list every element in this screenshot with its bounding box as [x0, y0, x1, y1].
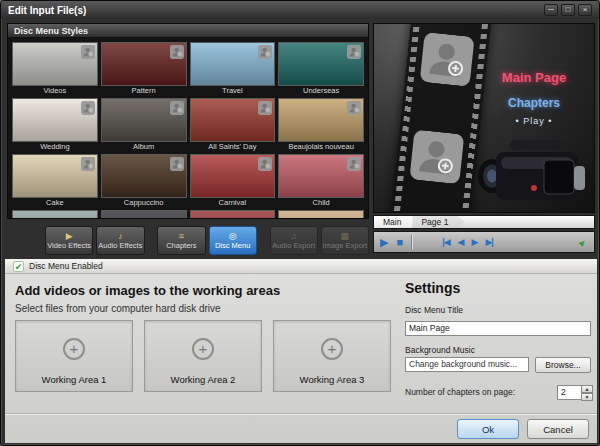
style-thumb-image[interactable]	[12, 98, 98, 142]
skip-forward-button[interactable]: ▶|	[485, 238, 492, 247]
style-thumb-travel[interactable]: Travel	[190, 42, 276, 96]
video-placeholder-icon[interactable]	[418, 32, 477, 87]
style-thumb-image[interactable]	[278, 210, 364, 218]
disc-menu-icon: ◎	[229, 232, 237, 241]
stop-button[interactable]: ■	[396, 237, 403, 248]
style-thumb-carnival[interactable]: Carnival	[190, 154, 276, 208]
working-area-3[interactable]: + Working Area 3	[273, 320, 391, 392]
style-thumb-image[interactable]	[190, 42, 276, 86]
menu-preview[interactable]: Main Page Chapters • Play •	[373, 23, 595, 213]
add-video-badge-icon	[81, 45, 95, 59]
spin-down-button[interactable]: ▼	[581, 393, 593, 401]
add-plus-icon[interactable]: +	[63, 338, 85, 360]
style-thumb-partial[interactable]	[101, 210, 187, 218]
style-thumb-cake[interactable]: Cake	[12, 154, 98, 208]
video-effects-label: Video Effects	[46, 242, 92, 250]
style-thumb-beaujolais[interactable]: Beaujolais nouveau	[278, 98, 364, 152]
step-forward-button[interactable]: ▶	[472, 238, 478, 247]
working-area-2[interactable]: + Working Area 2	[144, 320, 262, 392]
background-music-label: Background Music	[405, 345, 593, 355]
style-thumb-image[interactable]	[278, 154, 364, 198]
video-placeholder-icon[interactable]	[407, 129, 466, 184]
style-thumb-image[interactable]	[190, 154, 276, 198]
style-thumb-label: Wedding	[12, 142, 98, 152]
style-thumb-album[interactable]: Album	[101, 98, 187, 152]
tab-main[interactable]: Main	[374, 216, 417, 228]
styles-panel-header: Disc Menu Styles	[8, 24, 368, 38]
settings-heading: Settings	[405, 280, 593, 296]
chapters-count-spinner[interactable]: ▲ ▼	[557, 385, 593, 400]
style-thumb-image[interactable]	[190, 210, 276, 218]
add-video-badge-icon	[258, 101, 272, 115]
add-plus-icon[interactable]: +	[321, 338, 343, 360]
style-thumb-image[interactable]	[101, 154, 187, 198]
style-thumb-image[interactable]	[101, 210, 187, 218]
add-video-badge-icon	[347, 101, 361, 115]
style-thumb-image[interactable]	[278, 98, 364, 142]
style-thumb-pattern[interactable]: Pattern	[101, 42, 187, 96]
chapters-count-input[interactable]	[557, 385, 581, 400]
style-thumb-image[interactable]	[12, 42, 98, 86]
disc-menu-title-input[interactable]	[405, 321, 591, 336]
style-thumb-image[interactable]	[101, 42, 187, 86]
chapters-label: Chapters	[158, 242, 204, 250]
disc-menu-enabled-bar[interactable]: ✔ Disc Menu Enabled	[5, 259, 597, 274]
add-video-badge-icon	[347, 157, 361, 171]
playback-controls: ▶ ■ |◀ ◀ ▶ ▶| ▲	[373, 231, 595, 253]
style-thumb-image[interactable]	[190, 98, 276, 142]
style-thumb-label: Cappuccino	[101, 198, 187, 208]
video-effects-button[interactable]: ▶ Video Effects	[45, 226, 93, 255]
preview-play-label[interactable]: • Play •	[486, 116, 582, 126]
disc-menu-button[interactable]: ◎ Disc Menu	[209, 226, 257, 255]
working-area-label: Working Area 3	[274, 374, 390, 385]
style-thumb-image[interactable]	[278, 42, 364, 86]
ok-button[interactable]: Ok	[457, 419, 519, 439]
style-thumb-wedding[interactable]: Wedding	[12, 98, 98, 152]
add-video-badge-icon	[258, 45, 272, 59]
cancel-button[interactable]: Cancel	[527, 419, 589, 439]
close-button[interactable]: ×	[578, 4, 592, 16]
page-tab-strip: Main Page 1	[373, 215, 595, 229]
audio-effects-button[interactable]: ♪ Audio Effects	[96, 226, 144, 255]
browse-button[interactable]: Browse...	[535, 357, 591, 373]
background-music-input[interactable]	[405, 357, 529, 372]
working-area-label: Working Area 1	[16, 374, 132, 385]
style-thumb-all-saints-day[interactable]: All Saints' Day	[190, 98, 276, 152]
jump-arrow-icon[interactable]: ▲	[576, 235, 591, 250]
add-video-badge-icon	[81, 101, 95, 115]
minimize-button[interactable]: ─	[544, 4, 558, 16]
style-thumb-cappuccino[interactable]: Cappuccino	[101, 154, 187, 208]
spin-up-button[interactable]: ▲	[581, 385, 593, 393]
skip-back-button[interactable]: |◀	[442, 238, 449, 247]
style-thumb-label: Underseas	[278, 86, 364, 96]
preview-chapters-label[interactable]: Chapters	[486, 96, 582, 110]
style-thumb-image[interactable]	[12, 154, 98, 198]
style-thumb-partial[interactable]	[12, 210, 98, 218]
preview-main-page-label[interactable]: Main Page	[486, 70, 582, 85]
audio-export-icon: ♫	[290, 232, 297, 241]
disc-menu-label: Disc Menu	[210, 242, 256, 250]
disc-menu-enabled-label: Disc Menu Enabled	[29, 261, 103, 271]
styles-grid[interactable]: Videos Pattern Travel Underseas Wedding …	[8, 39, 368, 218]
working-area-1[interactable]: + Working Area 1	[15, 320, 133, 392]
style-thumb-partial[interactable]	[190, 210, 276, 218]
tab-page-1[interactable]: Page 1	[412, 216, 464, 228]
check-icon[interactable]: ✔	[13, 261, 24, 272]
style-thumb-videos[interactable]: Videos	[12, 42, 98, 96]
camcorder-graphic	[474, 128, 595, 213]
maximize-button[interactable]: □	[561, 4, 575, 16]
add-plus-icon[interactable]: +	[192, 338, 214, 360]
image-export-label: Image Export	[322, 242, 368, 250]
style-thumb-image[interactable]	[12, 210, 98, 218]
play-button[interactable]: ▶	[380, 237, 388, 248]
style-thumb-child[interactable]: Child	[278, 154, 364, 208]
style-thumb-underseas[interactable]: Underseas	[278, 42, 364, 96]
workspace-subheading: Select files from your computer hard dis…	[15, 303, 221, 314]
chapters-button[interactable]: ≡ Chapters	[157, 226, 205, 255]
add-video-badge-icon	[170, 45, 184, 59]
step-back-button[interactable]: ◀	[458, 238, 464, 247]
style-thumb-partial[interactable]	[278, 210, 364, 218]
lower-panel: Add videos or images to the working area…	[5, 274, 597, 443]
title-bar[interactable]: Edit Input File(s) ─ □ ×	[1, 1, 599, 19]
style-thumb-image[interactable]	[101, 98, 187, 142]
